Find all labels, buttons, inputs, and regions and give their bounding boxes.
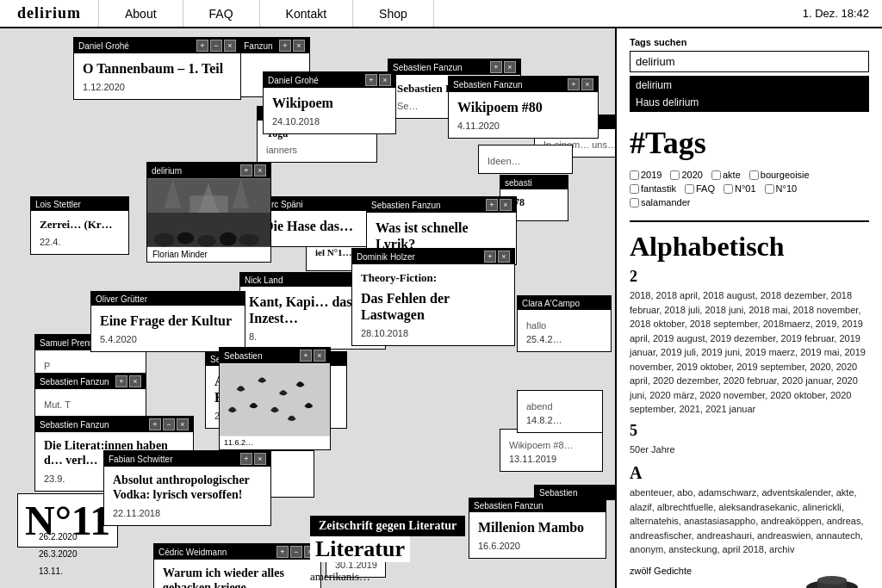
card-plus-btn-mut[interactable]: + [115,375,127,387]
card-ideen[interactable]: Ideen… [478,145,573,174]
birds-card[interactable]: Sebastien + × [219,347,331,450]
card-body-clara: hallo 25.4.2… [518,310,611,351]
nav-kontakt[interactable]: Kontakt [260,0,353,27]
card-close-btn-literat[interactable]: × [177,418,189,430]
card-author-theory: Dominik Holzer [357,252,415,262]
card-title-wp80: Wikipoem #80 [457,99,589,115]
cb-faq[interactable]: FAQ [685,183,715,194]
card-body-lois: Zerrei… (Kr… 22.4. [31,211,128,254]
cb-n10[interactable]: N°10 [765,183,798,194]
cb-akte-input[interactable] [711,170,721,180]
card-plus-btn-vodka[interactable]: + [240,453,252,465]
card-title: O Tannenbaum – 1. Teil [83,60,232,77]
cb-salamander[interactable]: salamander [630,197,690,207]
card-plus-btn[interactable]: + [196,40,208,52]
alpha-a: A [630,463,869,483]
card-controls-wp[interactable]: + × [365,74,391,86]
card-controls-lyrik[interactable]: + × [486,199,512,211]
logo[interactable]: delirium [0,0,99,27]
card-controls-theory[interactable]: + × [484,251,510,263]
card-close-btn-mut[interactable]: × [129,375,141,387]
sidebar-search-input[interactable] [630,51,869,72]
card-lois[interactable]: Lois Stettler Zerrei… (Kr… 22.4. [30,196,129,255]
cb-2019-input[interactable] [630,170,639,180]
card-close-btn-seb[interactable]: × [504,61,516,73]
card-controls-mut[interactable]: + × [115,375,141,387]
card-plus-btn-2[interactable]: + [279,40,291,52]
card-minus-btn-warum[interactable]: − [290,546,302,558]
card-close-btn-lyrik[interactable]: × [500,199,512,211]
card-controls-seb[interactable]: + × [490,61,516,73]
card-mut[interactable]: Sebastien Fanzun + × Mut. T [34,373,146,418]
dropdown-item-delirium[interactable]: delirium [630,77,868,94]
cb-n10-input[interactable] [765,184,774,194]
card-close-btn-2[interactable]: × [293,40,305,52]
cb-akte[interactable]: akte [711,170,741,180]
card-close-btn-wp[interactable]: × [379,74,391,86]
cb-2020-input[interactable] [670,170,680,180]
card-plus-btn-lyrik[interactable]: + [486,199,498,211]
cb-salamander-input[interactable] [630,198,639,207]
card-wikipoem[interactable]: Daniel Grohé + × Wikipoem 24.10.2018 [263,71,396,134]
card-abend[interactable]: abend 14.8.2… [517,390,603,433]
dropdown-item-haus[interactable]: Haus delirium [630,94,868,111]
card-controls-del[interactable]: + × [240,164,266,176]
card-theory[interactable]: Dominik Holzer + × Theory-Fiction: Das F… [351,248,515,346]
card-vodka[interactable]: Fabian Schwitter + × Absolut anthropolog… [103,450,271,526]
card-close-btn-wp80[interactable]: × [581,78,593,90]
cb-fantastik-input[interactable] [630,184,639,194]
card-delirium-img[interactable]: delirium + × [146,162,271,263]
card-close-btn[interactable]: × [224,40,236,52]
amerikanisch-text: amerikanis… [310,570,370,584]
checkbox-row-3: salamander [630,197,869,207]
card-wp80[interactable]: Sebastien Fanzun + × Wikipoem #80 4.11.2… [448,76,599,139]
card-snippet-wp8x: Wikipoem #8… [509,440,593,450]
card-plus-btn-del[interactable]: + [240,164,252,176]
card-warum[interactable]: Cédric Weidmann + − × Warum ich wieder a… [153,543,321,588]
card-controls-literat[interactable]: + − × [149,418,189,430]
card-date-kultur: 5.4.2020 [100,334,236,344]
nav-shop[interactable]: Shop [353,0,434,27]
cb-fantastik[interactable]: fantastik [630,183,676,194]
card-hase[interactable]: Marc Späni Die Hase das… [254,196,382,247]
sidebar-dropdown[interactable]: delirium Haus delirium [630,76,869,112]
card-close-btn-del[interactable]: × [254,164,266,176]
card-plus-btn-warum[interactable]: + [276,546,289,558]
card-close-btn-theory[interactable]: × [498,251,510,263]
card-plus-btn-wp[interactable]: + [365,74,377,86]
card-minus-btn-literat[interactable]: − [163,418,175,430]
card-controls-vodka[interactable]: + × [240,453,266,465]
zt-banner: Zeitschrift gegen Literatur [310,516,465,536]
card-plus-btn-literat[interactable]: + [149,418,161,430]
card-controls-wp80[interactable]: + × [568,78,593,90]
card-clara[interactable]: Clara A'Campo hallo 25.4.2… [517,295,612,352]
card-plus-btn-birds[interactable]: + [300,350,312,362]
card-author: Daniel Grohé [78,41,129,51]
card-close-btn-vodka[interactable]: × [254,453,266,465]
cb-n01-input[interactable] [724,184,733,194]
cb-faq-input[interactable] [685,184,694,194]
card-controls[interactable]: + − × [196,40,236,52]
card-plus-btn-wp80[interactable]: + [568,78,580,90]
card-minus-btn[interactable]: − [210,40,222,52]
card-tannenbaum[interactable]: Daniel Grohé + − × O Tannenbaum – 1. Tei… [73,37,241,100]
card-kultur[interactable]: Oliver Grütter Eine Frage der Kultur 5.4… [90,291,245,352]
cb-bourgeoisie-input[interactable] [749,170,759,180]
svg-point-6 [239,234,260,246]
card-controls-2[interactable]: + × [279,40,305,52]
nav-about[interactable]: About [99,0,183,27]
cb-n01[interactable]: N°01 [724,183,756,194]
cb-bourgeoisie[interactable]: bourgeoisie [749,170,810,180]
card-close-btn-birds[interactable]: × [314,350,326,362]
cb-2020[interactable]: 2020 [670,170,702,180]
card-mambo[interactable]: Sebastien Fanzun Millenion Mambo 16.6.20… [469,498,606,559]
card-plus-btn-seb[interactable]: + [490,61,502,73]
card-author-mambo: Sebastien Fanzun [474,501,543,511]
cb-2019[interactable]: 2019 [630,170,662,180]
card-author-wp80: Sebastien Fanzun [453,80,523,90]
card-wp8x[interactable]: Wikipoem #8… 13.11.2019 [500,429,603,472]
card-titlebar-lyrik: Sebastien Fanzun + × [367,197,516,213]
nav-faq[interactable]: FAQ [183,0,260,27]
card-plus-btn-theory[interactable]: + [484,251,496,263]
card-controls-birds[interactable]: + × [300,350,326,362]
